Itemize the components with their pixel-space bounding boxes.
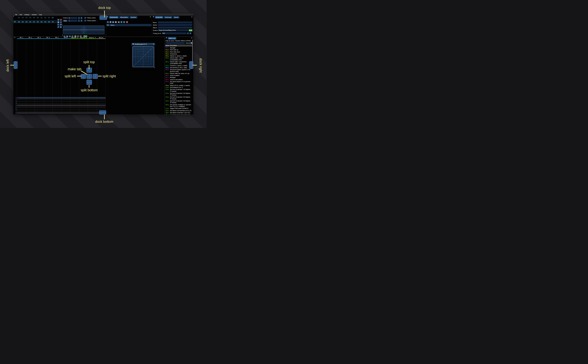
orders-duplicate-button[interactable] bbox=[57, 21, 59, 23]
effect-row-0Bxx[interactable]: 0BxxJump to pattern bbox=[165, 74, 192, 77]
pattern-cell[interactable] bbox=[17, 99, 26, 101]
effect-row-05xy[interactable]: 05xyVolume slide + vibrato (compatibilit… bbox=[165, 57, 192, 61]
effect-row-0Cxx[interactable]: 0CxxRetrigger bbox=[165, 77, 192, 78]
pattern-cell[interactable] bbox=[88, 97, 97, 99]
channel-header-fm-1[interactable]: FM 1 bbox=[17, 37, 26, 39]
menu-item-edit[interactable]: edit bbox=[18, 13, 23, 16]
album-input[interactable] bbox=[158, 27, 192, 29]
pattern-row-2[interactable]: 2 bbox=[13, 101, 106, 103]
pattern-cell[interactable] bbox=[44, 114, 53, 114]
menu-item-window[interactable]: window bbox=[31, 13, 38, 16]
effect-row-16xy[interactable]: 16xySet operator multiplier (x: operator… bbox=[165, 104, 192, 108]
pattern-cell[interactable] bbox=[17, 110, 26, 112]
pattern-expand-button[interactable]: ++ bbox=[14, 37, 15, 38]
pattern-cell[interactable] bbox=[44, 104, 53, 106]
pattern-cell[interactable] bbox=[35, 101, 44, 103]
pattern-cell[interactable] bbox=[26, 112, 35, 114]
pattern-cell[interactable] bbox=[97, 103, 106, 104]
effect-row-0Fxx[interactable]: 0FxxSet speed (speed 2 if no grooves exi… bbox=[165, 81, 192, 84]
effect-search-input[interactable] bbox=[165, 42, 185, 44]
effect-row-19xx[interactable]: 19xxSet attack of all operators (0 to 1F… bbox=[165, 110, 192, 112]
tuning-plus-button[interactable]: + bbox=[190, 32, 191, 34]
channel-header-square-3[interactable]: Square 3 bbox=[88, 37, 97, 39]
pattern-cell[interactable] bbox=[70, 104, 79, 106]
step-plus-button[interactable]: + bbox=[80, 20, 82, 22]
channel-header-fm-6[interactable]: FM 6 bbox=[61, 37, 70, 39]
instruments-add-button[interactable] bbox=[107, 21, 109, 23]
split-top-target[interactable] bbox=[86, 68, 92, 73]
orders-value-cell[interactable]: 00 bbox=[43, 21, 47, 23]
orders-row-values[interactable]: 00000000000000000000 bbox=[17, 21, 55, 23]
effect-list-tab-effect-list[interactable]: Effect List bbox=[168, 37, 176, 39]
pattern-cell[interactable] bbox=[79, 99, 88, 101]
dock-top-target[interactable] bbox=[99, 16, 107, 20]
pattern-cell[interactable] bbox=[26, 110, 35, 112]
effect-row-00xy[interactable]: 00xyArpeggio bbox=[165, 47, 192, 49]
effect-row-09xx[interactable]: 09xxSet groove pattern (speed 1 if no gr… bbox=[165, 69, 192, 72]
pattern-cell[interactable] bbox=[70, 110, 79, 112]
split-bottom-target[interactable] bbox=[86, 80, 92, 85]
orders-value-cell[interactable]: 00 bbox=[51, 21, 55, 23]
effect-row-1Bxx[interactable]: 1BxxSet attack of operator 2 (0 to 1F) bbox=[165, 114, 192, 114]
instruments-tree-button[interactable] bbox=[118, 21, 120, 23]
tuning-input[interactable]: 440 bbox=[162, 32, 186, 34]
effect-row-13xx[interactable]: 13xxSet level of operator 2 (0 highest, … bbox=[165, 92, 192, 96]
pattern-cell[interactable] bbox=[17, 103, 26, 104]
pattern-cell[interactable] bbox=[44, 110, 53, 112]
instruments-close-icon[interactable]: ✕ bbox=[150, 16, 151, 18]
split-left-target[interactable] bbox=[81, 74, 86, 79]
orders-value-cell[interactable]: 00 bbox=[36, 21, 40, 23]
pattern-cell[interactable] bbox=[35, 114, 44, 114]
pattern-cell[interactable] bbox=[70, 103, 79, 104]
pattern-cell[interactable] bbox=[97, 101, 106, 103]
orders-value-cell[interactable]: 00 bbox=[17, 21, 21, 23]
pattern-row-5[interactable]: 5 bbox=[13, 106, 106, 108]
pattern-cell[interactable] bbox=[61, 108, 70, 110]
pattern-cell[interactable] bbox=[17, 104, 26, 106]
pattern-cell[interactable] bbox=[53, 114, 61, 114]
orders-value-cell[interactable]: 00 bbox=[40, 21, 43, 23]
octave-input[interactable]: 3 bbox=[68, 17, 77, 19]
pattern-cell[interactable] bbox=[17, 114, 26, 114]
effect-row-0Dxx[interactable]: 0DxxJump to next pattern bbox=[165, 79, 192, 81]
effect-row-01xx[interactable]: 01xxPitch slide up bbox=[165, 49, 192, 51]
dock-bottom-target[interactable] bbox=[99, 110, 106, 114]
menu-item-settings[interactable]: settings bbox=[23, 13, 31, 16]
pattern-cell[interactable] bbox=[79, 103, 88, 104]
pattern-rows[interactable]: 0123456789101112131415161718192021 bbox=[13, 97, 106, 114]
pattern-cell[interactable] bbox=[44, 103, 53, 104]
pattern-cell[interactable] bbox=[44, 101, 53, 103]
pattern-cell[interactable] bbox=[26, 104, 35, 106]
pattern-cell[interactable] bbox=[79, 108, 88, 110]
effect-row-08xy[interactable]: 08xySet panning (x: left; y: right) bbox=[165, 67, 192, 69]
pattern-cell[interactable] bbox=[26, 103, 35, 104]
instruments-tab-samples[interactable]: Samples bbox=[130, 16, 137, 19]
effect-row-14xx[interactable]: 14xxSet level of operator 3 (0 highest, … bbox=[165, 96, 192, 100]
instrument-list-item[interactable]: - None - bbox=[106, 24, 151, 26]
orders-unlink-button[interactable] bbox=[57, 26, 59, 28]
instruments-tab-wavetables[interactable]: Wavetables bbox=[119, 16, 129, 19]
pattern-cell[interactable] bbox=[61, 97, 70, 99]
pattern-cell[interactable] bbox=[79, 97, 88, 99]
channel-header-fm-3[interactable]: FM 3 bbox=[35, 37, 44, 39]
effect-row-12xx[interactable]: 12xxSet level of operator 1 (0 highest, … bbox=[165, 89, 192, 92]
orders-add-button[interactable] bbox=[57, 19, 59, 21]
pattern-cell[interactable] bbox=[88, 112, 97, 114]
pattern-cell[interactable] bbox=[61, 110, 70, 112]
system-auto-button[interactable]: Auto bbox=[189, 29, 192, 31]
pattern-row-3[interactable]: 3 bbox=[13, 103, 106, 104]
pattern-cell[interactable] bbox=[97, 104, 106, 106]
instruments-tab-instruments[interactable]: Instruments bbox=[109, 16, 119, 19]
step-minus-button[interactable]: - bbox=[78, 20, 80, 22]
pattern-cell[interactable] bbox=[88, 106, 97, 108]
collapse-icon[interactable] bbox=[132, 44, 134, 45]
pattern-cell[interactable] bbox=[79, 112, 88, 114]
pattern-cell[interactable] bbox=[79, 104, 88, 106]
effect-row-06xy[interactable]: 06xyVolume slide + portamento (compatibi… bbox=[165, 61, 192, 65]
step-input[interactable]: 1 bbox=[68, 20, 77, 22]
pattern-cell[interactable] bbox=[70, 106, 79, 108]
pattern-cell[interactable] bbox=[70, 114, 79, 114]
channel-header-square-1[interactable]: Square 1 bbox=[70, 37, 79, 39]
pattern-cell[interactable] bbox=[53, 104, 61, 106]
pattern-cell[interactable] bbox=[88, 110, 97, 112]
